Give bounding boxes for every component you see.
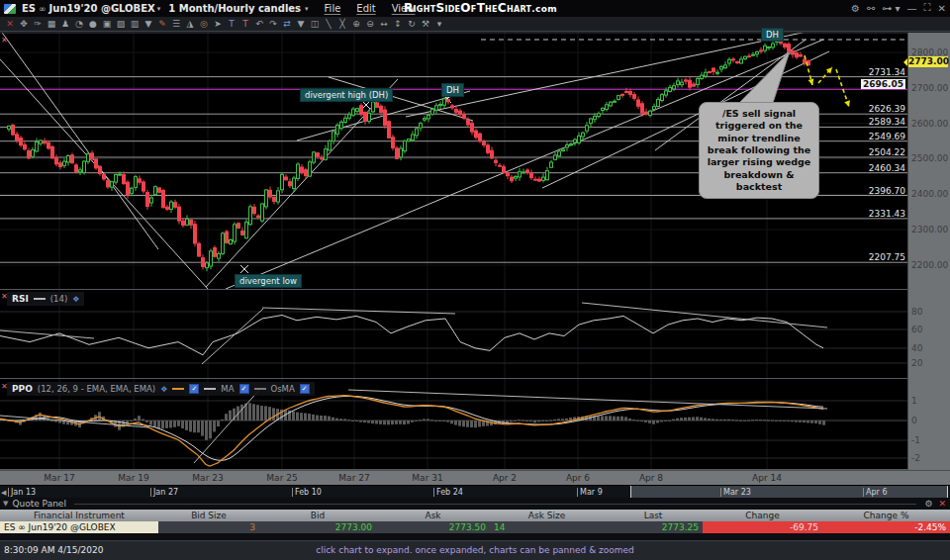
indicator-axis-tick: 40 — [911, 343, 922, 353]
status-bar: 8:30:09 AM 4/15/2020 click chart to expa… — [0, 540, 950, 560]
price-axis-tick: 2600.00 — [911, 119, 948, 129]
price-level-label: 2626.39 — [869, 104, 905, 114]
osma-label: OsMA — [271, 384, 295, 394]
rsi-header: RSI (14) ❖ — [7, 292, 84, 306]
quote-column-header[interactable]: Ask — [376, 511, 490, 520]
scrollbar-date-label: Jan 27 — [150, 488, 178, 497]
price-level-label: 2207.75 — [869, 252, 905, 262]
indicator-axis-tick: -2 — [911, 453, 920, 463]
scrollbar-date-label: Feb 24 — [433, 488, 463, 497]
ma-line-swatch — [204, 388, 216, 390]
price-level-label: 2331.43 — [869, 209, 905, 219]
rsi-settings-icon[interactable]: ❖ — [72, 295, 79, 304]
quote-column-headers: Financial InstrumentBid SizeBidAskAsk Si… — [0, 510, 950, 521]
date-axis-label: Mar 25 — [266, 473, 297, 483]
quote-bid-size-cell[interactable]: 3 — [158, 521, 259, 533]
date-axis-label: Apr 6 — [566, 473, 590, 483]
quote-column-header[interactable]: Financial Instrument — [0, 511, 158, 520]
ma-checkbox[interactable]: ✓ — [239, 384, 249, 394]
date-axis: Mar 17Mar 19Mar 23Mar 25Mar 27Mar 31Apr … — [0, 470, 950, 485]
quote-settings-icon[interactable]: ⚙ — [924, 499, 932, 509]
quote-column-header[interactable]: Ask Size — [490, 511, 604, 520]
ppo-settings-icon[interactable]: ❖ — [160, 385, 167, 394]
scrollbar-date-label: Mar 9 — [577, 488, 603, 497]
divergent-high-label: divergent high (DH) — [300, 88, 393, 102]
scrollbar-left-arrow-icon[interactable]: ◀ — [1, 489, 6, 497]
price-level-label: 2731.34 — [869, 67, 905, 77]
price-level-label: 2460.34 — [869, 163, 905, 173]
rsi-line-swatch — [34, 298, 46, 300]
quote-ask-cell[interactable]: 2773.50 — [376, 521, 490, 533]
quote-instrument-cell[interactable]: ES ∞ Jun19'20 @GLOBEX — [0, 521, 158, 533]
indicator-axis-tick: -1 — [911, 435, 920, 445]
quote-panel-header: ▼ Quote Panel ⚙ ✕ — [0, 498, 950, 510]
ppo-title: PPO — [12, 384, 33, 394]
price-axis-tick: 2400.00 — [911, 189, 948, 199]
scrollbar-date-label: Apr 6 — [863, 488, 887, 497]
price-axis-tick: 2500.00 — [911, 153, 948, 163]
osma-checkbox[interactable]: ✓ — [300, 384, 310, 394]
date-axis-label: Apr 2 — [493, 473, 517, 483]
header-rule — [74, 504, 916, 505]
status-timestamp: 8:30:09 AM 4/15/2020 — [4, 545, 104, 555]
price-level-label: 2396.70 — [869, 186, 905, 196]
indicator-axis-tick: 60 — [911, 325, 922, 334]
indicator-axis-tick: 0 — [911, 416, 917, 425]
date-axis-label: Mar 23 — [192, 473, 223, 483]
sell-signal-callout: /ES sell signal triggered on the minor t… — [699, 102, 819, 199]
price-panel-close-icon[interactable]: ✕ — [1, 37, 8, 45]
ppo-param: (12, 26, 9 - EMA, EMA, EMA) — [38, 384, 155, 394]
date-axis-label: Apr 14 — [752, 473, 782, 483]
osma-swatch — [254, 388, 266, 390]
price-axis-tick: 2700.00 — [911, 83, 948, 93]
quote-column-header[interactable]: Bid — [259, 511, 376, 520]
quote-bid-cell[interactable]: 2773.00 — [259, 521, 376, 533]
date-axis-label: Mar 19 — [118, 473, 148, 483]
price-axis-tick: 2300.00 — [911, 225, 948, 234]
date-axis-label: Mar 31 — [412, 473, 442, 483]
status-hint: click chart to expand. once expanded, ch… — [316, 545, 634, 555]
quote-panel-title: Quote Panel — [12, 499, 66, 509]
date-axis-label: Mar 17 — [44, 473, 74, 483]
rsi-title: RSI — [12, 294, 29, 304]
rsi-param: (14) — [50, 294, 67, 304]
dh-top-label: DH — [761, 28, 784, 42]
scrollbar-date-label: Jan 13 — [8, 488, 36, 497]
price-level-label: 2549.69 — [869, 132, 905, 141]
date-axis-label: Apr 8 — [639, 473, 663, 483]
quote-change-pct-cell[interactable]: -2.45% — [822, 521, 950, 533]
quote-close-icon[interactable]: ✕ — [938, 499, 946, 509]
indicator-axis-tick: 80 — [911, 307, 922, 317]
last-price-tag: 2773.00 — [908, 56, 948, 67]
quote-column-header[interactable]: Change — [703, 511, 822, 520]
ma-label: MA — [221, 384, 234, 394]
ppo-line-swatch — [172, 388, 184, 390]
price-level-label: 2589.34 — [869, 117, 905, 127]
ppo-checkbox[interactable]: ✓ — [189, 384, 199, 394]
quote-column-header[interactable]: Last — [604, 511, 703, 520]
price-level-label: 2504.22 — [869, 147, 905, 157]
quote-last-cell[interactable]: 2773.25 — [604, 521, 703, 533]
trading-app-window: ES ∞ Jun19'20 @GLOBEX ▾ 1 Month/Hourly c… — [0, 0, 950, 560]
quote-column-header[interactable]: Bid Size — [158, 511, 259, 520]
price-axis-gutter: 2800.002700.002600.002500.002400.002300.… — [907, 33, 950, 470]
quote-ask-size-cell[interactable]: 14 — [490, 521, 604, 533]
quote-row[interactable]: ES ∞ Jun19'20 @GLOBEX32773.002773.501427… — [0, 521, 950, 533]
time-scrollbar[interactable]: ◀ Jan 13Jan 27Feb 10Feb 24Mar 9Mar 23Apr… — [0, 485, 950, 498]
collapse-icon[interactable]: ▼ — [3, 500, 8, 508]
scrollbar-date-label: Feb 10 — [292, 488, 322, 497]
scrollbar-date-label: Mar 23 — [720, 488, 751, 497]
indicator-axis-tick: 20 — [911, 358, 922, 368]
divergent-low-label: divergent low — [235, 274, 302, 288]
quote-change-cell[interactable]: -69.75 — [703, 521, 822, 533]
price-level-label: 2696.05 — [861, 79, 905, 89]
quote-panel: ▼ Quote Panel ⚙ ✕ Financial InstrumentBi… — [0, 498, 950, 540]
quote-column-header[interactable]: Change % — [822, 511, 950, 520]
date-axis-label: Mar 27 — [338, 473, 369, 483]
dh-label: DH — [441, 83, 464, 97]
ppo-header: PPO (12, 26, 9 - EMA, EMA, EMA) ❖ ✓ MA ✓… — [7, 382, 315, 396]
indicator-axis-tick: 1 — [911, 396, 917, 406]
price-axis-tick: 2200.00 — [911, 260, 948, 270]
